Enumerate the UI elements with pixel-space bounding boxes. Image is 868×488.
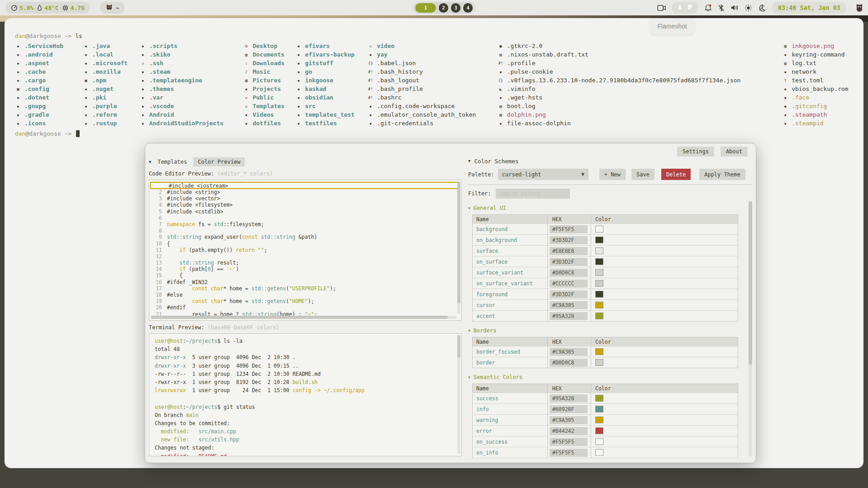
- apply-theme-button[interactable]: Apply Theme: [699, 169, 745, 180]
- night-light-icon[interactable]: [758, 4, 766, 12]
- settings-button[interactable]: Settings: [677, 147, 714, 156]
- volume-icon[interactable]: [730, 4, 739, 11]
- code-line: 4#include <filesystem>: [149, 202, 461, 208]
- color-row[interactable]: error#B44242: [473, 425, 738, 436]
- file-icon: ▪: [782, 121, 788, 126]
- file-icon: ▪: [498, 121, 504, 126]
- tab-color-preview[interactable]: Color Preview: [193, 157, 245, 166]
- color-swatch[interactable]: [595, 226, 603, 232]
- workspace-1[interactable]: 1: [415, 3, 436, 13]
- code-token: expand_user(: [201, 234, 242, 240]
- color-swatch[interactable]: [595, 291, 603, 298]
- section-title[interactable]: ▼Borders: [468, 327, 752, 335]
- terminal-token: 5 user group 4096 Dec 2 10:30 .: [186, 354, 295, 360]
- color-row[interactable]: surface#E8E8E8: [473, 245, 738, 256]
- color-swatch[interactable]: [595, 438, 603, 445]
- color-swatch[interactable]: [595, 258, 603, 265]
- workspace-3[interactable]: 3: [451, 3, 460, 13]
- color-row[interactable]: warning#C9A305: [473, 414, 738, 425]
- color-row[interactable]: on_background#3D3D2F: [473, 234, 738, 245]
- color-row[interactable]: accent#95A328: [473, 310, 738, 321]
- editor-horizontal-scrollbar[interactable]: [151, 316, 457, 319]
- color-swatch[interactable]: [595, 302, 603, 308]
- color-swatch[interactable]: [595, 247, 603, 254]
- new-palette-button[interactable]: + New: [599, 169, 626, 180]
- flameshot-tray-pill[interactable]: [672, 2, 698, 14]
- about-button[interactable]: About: [721, 147, 748, 156]
- hex-input[interactable]: #B44242: [550, 427, 588, 435]
- color-row[interactable]: background#F5F5F5: [473, 223, 738, 234]
- color-row[interactable]: border_focused#C9A305: [473, 346, 738, 357]
- hex-input[interactable]: #60928F: [550, 405, 588, 413]
- hex-input[interactable]: #C9A305: [550, 348, 588, 356]
- ls-entry-name: .steampath: [792, 111, 827, 118]
- section-title[interactable]: ▼Semantic Colors: [468, 373, 752, 381]
- color-row[interactable]: surface_variant#D0D0C8: [473, 267, 738, 278]
- workspace-4[interactable]: 4: [463, 3, 473, 13]
- delete-palette-button[interactable]: Delete: [661, 169, 691, 180]
- color-swatch[interactable]: [595, 237, 603, 243]
- section-title[interactable]: ▼General UI: [468, 204, 752, 212]
- color-row[interactable]: success#95A328: [473, 393, 738, 403]
- clock[interactable]: 03:46 Sat, Jan 03: [772, 2, 847, 14]
- code-token: char: [211, 298, 223, 304]
- file-icon: ▪: [782, 52, 788, 57]
- color-row[interactable]: on_surface#3D3D2F: [473, 256, 738, 267]
- color-row[interactable]: border#D0D0C8: [473, 357, 738, 368]
- hex-input[interactable]: #F5F5F5: [550, 438, 588, 446]
- color-swatch[interactable]: [595, 417, 603, 423]
- terminal-vertical-scrollbar[interactable]: [457, 335, 460, 454]
- color-row[interactable]: info#60928F: [473, 403, 738, 414]
- chevron-down-icon[interactable]: ▼: [468, 159, 470, 163]
- color-swatch[interactable]: [595, 348, 603, 355]
- code-token: #else: [167, 292, 183, 298]
- editor-vertical-scrollbar[interactable]: [457, 181, 460, 314]
- hex-cell: #D0D0C8: [548, 267, 591, 278]
- hex-input[interactable]: #F5F5F5: [550, 225, 588, 233]
- brightness-icon[interactable]: [745, 4, 752, 12]
- color-row[interactable]: on_info#F5F5F5: [473, 447, 738, 458]
- color-swatch[interactable]: [595, 406, 603, 412]
- hex-input[interactable]: #F5F5F5: [550, 449, 588, 457]
- hex-input[interactable]: #CCCCCC: [550, 280, 588, 288]
- color-swatch[interactable]: [595, 269, 603, 276]
- owl-app-icon[interactable]: [855, 3, 863, 12]
- color-swatch[interactable]: [595, 427, 603, 434]
- color-row[interactable]: foreground#3D3D2F: [473, 289, 738, 299]
- color-swatch[interactable]: [595, 449, 603, 456]
- hex-input[interactable]: #3D3D2F: [550, 258, 588, 266]
- hex-input[interactable]: #3D3D2F: [550, 236, 588, 244]
- hex-input[interactable]: #C9A305: [550, 301, 588, 309]
- color-swatch[interactable]: [595, 359, 603, 366]
- hex-input[interactable]: #3D3D2F: [550, 290, 588, 298]
- ls-entry-name: .profile: [507, 60, 536, 66]
- hex-input[interactable]: #D0D0C8: [550, 359, 588, 367]
- save-palette-button[interactable]: Save: [631, 169, 655, 180]
- tab-templates[interactable]: Templates: [156, 157, 189, 166]
- color-row[interactable]: on_warning#F5F5F5: [473, 458, 738, 458]
- bluetooth-off-icon[interactable]: [718, 4, 725, 12]
- ls-entry: ▪.var: [140, 93, 243, 102]
- screen-record-icon[interactable]: [657, 5, 666, 11]
- color-swatch[interactable]: [595, 395, 603, 402]
- hex-input[interactable]: #C9A305: [550, 416, 588, 424]
- color-row[interactable]: on_success#F5F5F5: [473, 436, 738, 447]
- notification-bell-icon[interactable]: [704, 4, 712, 12]
- terminal-preview-hint: (base00-base0F colors): [208, 324, 280, 331]
- schemes-vertical-scrollbar[interactable]: [749, 201, 752, 456]
- hex-input[interactable]: #95A328: [550, 394, 588, 403]
- file-icon: ▪: [367, 113, 374, 117]
- color-row[interactable]: cursor#C9A305: [473, 299, 738, 310]
- color-swatch[interactable]: [595, 280, 603, 287]
- hex-input[interactable]: #D0D0C8: [550, 269, 588, 277]
- palette-select[interactable]: cursed-light ▼: [498, 169, 588, 180]
- filter-input[interactable]: [496, 189, 570, 199]
- color-row[interactable]: on_surface_variant#CCCCCC: [473, 278, 738, 289]
- workspace-2[interactable]: 2: [439, 3, 448, 13]
- terminal-app-chip[interactable]: ~: [100, 2, 125, 14]
- hex-input[interactable]: #E8E8E8: [550, 247, 588, 255]
- hex-input[interactable]: #95A328: [550, 312, 588, 320]
- terminal-token: build.sh: [293, 379, 318, 385]
- color-swatch[interactable]: [595, 313, 603, 319]
- chevron-down-icon[interactable]: ▼: [149, 160, 151, 164]
